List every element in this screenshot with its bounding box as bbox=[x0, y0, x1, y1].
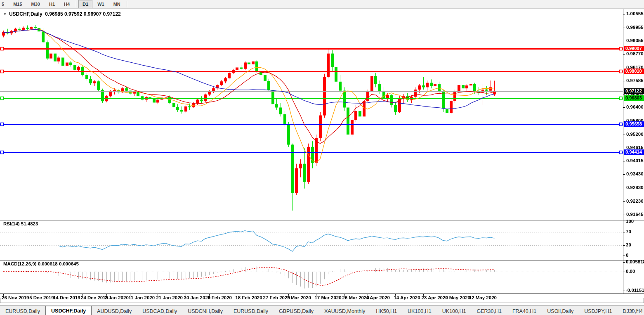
tab-hk50-h1[interactable]: HK50,H1 bbox=[370, 307, 402, 315]
tab-uk100-h1[interactable]: UK100,H1 bbox=[402, 307, 437, 315]
timeframe-button-M30[interactable]: M30 bbox=[27, 0, 44, 8]
tab-usdcnh-daily[interactable]: USDCNH,Daily bbox=[182, 307, 228, 315]
tab-usoil-daily[interactable]: USOil,Daily bbox=[542, 307, 579, 315]
tab-scroll-right-icon[interactable]: ► bbox=[636, 308, 642, 312]
tab-fra40-h1[interactable]: FRA40,H1 bbox=[507, 307, 542, 315]
mt4-application-window: 5M15M30H1H4D1W1MN ▼USDCHF,Daily 0.96985 … bbox=[0, 0, 644, 315]
timeframe-button-W1[interactable]: W1 bbox=[93, 0, 109, 8]
tab-usdchf-daily[interactable]: USDCHF,Daily bbox=[45, 306, 92, 315]
tab-usdjpy-h1[interactable]: USDJPY,H1 bbox=[579, 307, 617, 315]
tab-xauusd-monthly[interactable]: XAUUSD,Monthly bbox=[319, 307, 370, 315]
tab-uk100-h1[interactable]: UK100,H1 bbox=[437, 307, 472, 315]
timeframe-toolbar: 5M15M30H1H4D1W1MN bbox=[0, 0, 644, 9]
timeframe-button-D1[interactable]: D1 bbox=[78, 0, 92, 8]
timeframe-button-MN[interactable]: MN bbox=[109, 0, 125, 8]
toolbar-divider bbox=[76, 1, 76, 7]
tab-scroll-arrows: ◄► bbox=[630, 308, 642, 312]
tab-audusd-daily[interactable]: AUDUSD,Daily bbox=[92, 307, 137, 315]
chart-plot-area[interactable] bbox=[0, 9, 644, 298]
tab-eurusd-daily[interactable]: EURUSD,Daily bbox=[0, 307, 45, 315]
timeframe-button-H4[interactable]: H4 bbox=[60, 0, 74, 8]
tab-usdcad-daily[interactable]: USDCAD,Daily bbox=[137, 307, 182, 315]
timeframe-button-5[interactable]: 5 bbox=[0, 0, 8, 8]
tab-gbpusd-daily[interactable]: GBPUSD,Daily bbox=[274, 307, 319, 315]
tab-ger30-h1[interactable]: GER30,H1 bbox=[471, 307, 507, 315]
timeframe-button-H1[interactable]: H1 bbox=[45, 0, 59, 8]
tab-scroll-left-icon[interactable]: ◄ bbox=[630, 308, 636, 312]
tab-eurusd-daily[interactable]: EURUSD,Daily bbox=[228, 307, 274, 315]
toolbar-divider bbox=[127, 1, 127, 7]
timeframe-button-M15[interactable]: M15 bbox=[9, 0, 26, 8]
chart-tab-bar: EURUSD,DailyUSDCHF,DailyAUDUSD,DailyUSDC… bbox=[0, 305, 644, 315]
